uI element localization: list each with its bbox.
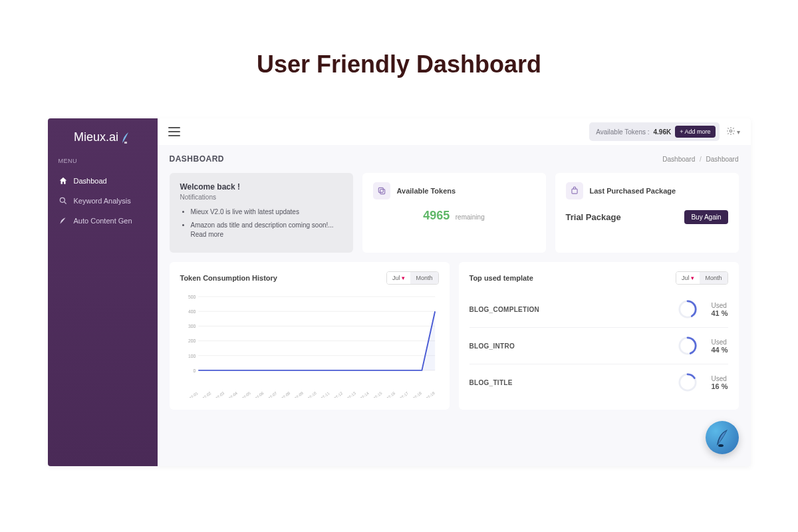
notification-item: Amazon ads title and description coming … — [191, 221, 342, 239]
history-card: Token Consumption History Jul ▾ Month 01… — [170, 262, 450, 410]
used-pct: 44 % — [711, 346, 728, 354]
sidebar-item-label: Dashboad — [74, 177, 107, 185]
tokens-label: Available Tokens : — [596, 128, 649, 136]
period-jul-button[interactable]: Jul ▾ — [676, 272, 700, 284]
sidebar-item-dashboard[interactable]: Dashboad — [48, 171, 158, 191]
main-area: Available Tokens : 4.96K + Add more ▾ DA… — [158, 118, 751, 466]
history-title: Token Consumption History — [180, 274, 277, 282]
hamburger-icon[interactable] — [168, 127, 180, 136]
period-month-button[interactable]: Month — [410, 272, 438, 284]
breadcrumb-sep: / — [700, 156, 702, 163]
page-title: DASHBOARD — [170, 154, 225, 164]
feather-icon — [713, 427, 732, 448]
page-heading: User Friendly Dashboard — [0, 51, 798, 78]
period-jul-button[interactable]: Jul ▾ — [387, 272, 411, 284]
period-month-button[interactable]: Month — [700, 272, 727, 284]
breadcrumb-item: Dashboard — [706, 156, 739, 163]
chevron-down-icon: ▾ — [402, 275, 405, 281]
chevron-down-icon: ▾ — [737, 128, 740, 136]
svg-point-2 — [730, 130, 732, 132]
tokens-card: Available Tokens 4965 remaining — [362, 173, 546, 253]
svg-rect-4 — [378, 188, 383, 192]
breadcrumb: Dashboard / Dashboard — [662, 156, 738, 163]
sidebar-item-label: Keyword Analysis — [74, 197, 131, 205]
sidebar-item-keyword[interactable]: Keyword Analysis — [48, 191, 158, 211]
package-card-title: Last Purchased Package — [590, 187, 676, 195]
svg-text:200: 200 — [188, 338, 196, 343]
svg-point-43 — [718, 444, 724, 447]
used-label: Used — [711, 302, 728, 309]
svg-point-1 — [60, 198, 65, 202]
svg-rect-3 — [380, 190, 384, 194]
svg-text:300: 300 — [188, 324, 196, 329]
svg-text:400: 400 — [188, 309, 196, 314]
home-icon — [59, 176, 68, 186]
templates-title: Top used template — [469, 274, 533, 282]
package-icon — [566, 182, 583, 200]
welcome-card: Welcome back ! Notifications Mieux V2.0 … — [170, 173, 353, 253]
settings-menu[interactable]: ▾ — [726, 126, 740, 137]
svg-rect-0 — [124, 142, 127, 144]
template-row: BLOG_INTRO Used 44 % — [469, 328, 728, 364]
used-label: Used — [711, 338, 728, 346]
used-pct: 41 % — [711, 309, 728, 317]
add-more-button[interactable]: + Add more — [675, 126, 715, 138]
search-icon — [59, 196, 68, 205]
template-row: BLOG_TITLE Used 16 % — [469, 364, 728, 400]
period-toggle: Jul ▾ Month — [386, 271, 439, 285]
tokens-card-title: Available Tokens — [397, 187, 456, 195]
line-chart: 01002003004005002022-07-012022-07-022022… — [180, 291, 439, 398]
token-pill: Available Tokens : 4.96K + Add more — [589, 122, 719, 141]
gear-icon — [726, 126, 735, 137]
welcome-subtitle: Notifications — [180, 194, 342, 201]
templates-card: Top used template Jul ▾ Month BLOG_COMPL… — [459, 262, 739, 410]
svg-rect-5 — [571, 189, 577, 194]
svg-text:0: 0 — [193, 368, 196, 373]
period-toggle: Jul ▾ Month — [676, 271, 728, 285]
breadcrumb-item[interactable]: Dashboard — [662, 156, 695, 163]
svg-text:2022-07-01: 2022-07-01 — [181, 391, 199, 398]
read-more-link[interactable]: Read more — [191, 231, 223, 238]
content: DASHBOARD Dashboard / Dashboard Welcome … — [158, 145, 751, 466]
feather-icon — [120, 131, 131, 144]
logo-text: Mieux.ai — [74, 130, 118, 144]
svg-text:500: 500 — [188, 295, 196, 299]
used-pct: 16 % — [711, 382, 728, 390]
progress-ring — [678, 372, 698, 392]
package-name: Trial Package — [566, 212, 621, 222]
svg-text:100: 100 — [188, 354, 196, 358]
app-window: Mieux.ai MENU Dashboad Keyword Analysis … — [48, 118, 751, 466]
template-name: BLOG_COMPLETION — [469, 306, 678, 313]
logo: Mieux.ai — [48, 130, 158, 158]
sidebar-item-content-gen[interactable]: Auto Content Gen — [48, 211, 158, 231]
menu-label: MENU — [48, 158, 158, 164]
template-name: BLOG_INTRO — [469, 342, 678, 350]
fab-button[interactable] — [706, 421, 739, 454]
welcome-title: Welcome back ! — [180, 182, 342, 192]
progress-ring — [678, 299, 698, 319]
tokens-sub: remaining — [456, 213, 485, 221]
copy-icon — [373, 182, 390, 200]
sidebar: Mieux.ai MENU Dashboad Keyword Analysis … — [48, 118, 158, 466]
progress-ring — [678, 336, 698, 356]
chevron-down-icon: ▾ — [691, 275, 694, 281]
template-name: BLOG_TITLE — [469, 379, 678, 386]
sidebar-item-label: Auto Content Gen — [74, 217, 132, 225]
used-label: Used — [711, 375, 728, 382]
feather-icon — [59, 216, 68, 225]
package-card: Last Purchased Package Trial Package Buy… — [555, 173, 739, 253]
notification-item: Mieux V2.0 is live with latest updates — [191, 207, 342, 217]
buy-again-button[interactable]: Buy Again — [684, 210, 728, 224]
tokens-count: 4965 — [423, 209, 450, 222]
template-row: BLOG_COMPLETION Used 41 % — [469, 291, 728, 328]
topbar: Available Tokens : 4.96K + Add more ▾ — [158, 118, 751, 145]
tokens-value: 4.96K — [654, 128, 672, 136]
